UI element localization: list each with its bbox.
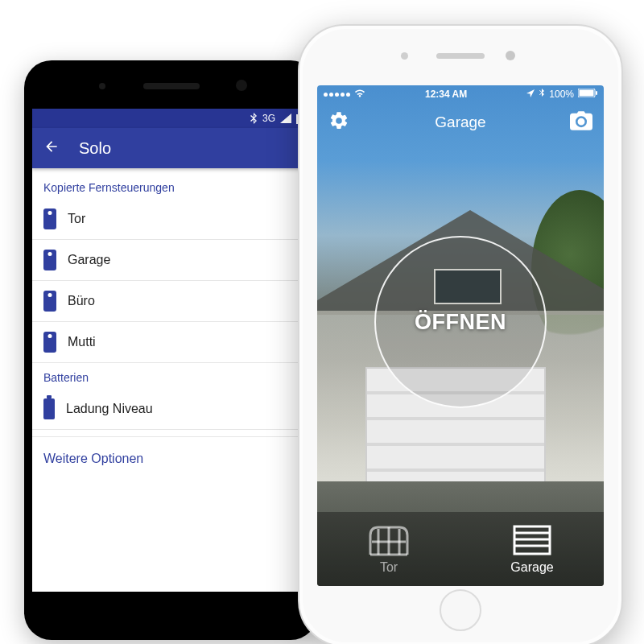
list-item-label: Büro: [68, 294, 95, 308]
iphone-home-button[interactable]: [440, 589, 481, 631]
back-button[interactable]: [43, 138, 60, 158]
android-statusbar: 3G: [32, 109, 310, 128]
cell-signal-icon: [324, 93, 350, 97]
list-item[interactable]: Ladung Niveau: [32, 389, 310, 430]
iphone-body: 12:34 AM 100%: [303, 29, 618, 642]
iphone-camera: [506, 51, 515, 60]
android-speaker: [143, 83, 200, 89]
section-header-copied: Kopierte Fernsteuerungen: [32, 173, 310, 199]
camera-button[interactable]: [570, 111, 592, 134]
svg-rect-4: [596, 91, 597, 95]
list-item[interactable]: Garage: [32, 240, 310, 281]
tab-gate[interactable]: Tor: [317, 512, 460, 586]
network-label: 3G: [262, 113, 275, 124]
status-time: 12:34 AM: [425, 89, 467, 100]
list-item[interactable]: Büro: [32, 281, 310, 322]
bottom-tabs: Tor Garage: [317, 512, 604, 586]
android-camera: [236, 80, 247, 91]
remote-icon: [43, 291, 56, 312]
open-button[interactable]: ÖFFNEN: [374, 236, 547, 408]
garage-icon: [512, 524, 552, 556]
ios-toolbar: Garage: [317, 105, 604, 140]
remote-icon: [43, 250, 56, 270]
android-content: Kopierte Fernsteuerungen Tor Garage Büro…: [32, 168, 310, 481]
signal-icon: [280, 114, 291, 123]
list-item-label: Ladung Niveau: [66, 402, 153, 416]
android-phone: 3G Solo Kopierte Fernsteuerungen Tor Gar…: [24, 60, 318, 640]
open-button-label: ÖFFNEN: [415, 309, 506, 334]
remote-icon: [43, 208, 56, 229]
list-item-label: Tor: [68, 212, 85, 226]
android-screen: 3G Solo Kopierte Fernsteuerungen Tor Gar…: [32, 109, 310, 592]
section-header-batteries: Batterien: [32, 363, 310, 389]
more-options-button[interactable]: Weitere Optionen: [32, 436, 310, 481]
toolbar-title: Garage: [317, 114, 604, 131]
settings-button[interactable]: [328, 110, 349, 134]
iphone-speaker: [436, 53, 485, 59]
android-sensor: [99, 83, 105, 89]
location-icon: [526, 89, 535, 100]
iphone: 12:34 AM 100%: [298, 24, 623, 644]
tab-label: Tor: [380, 560, 398, 575]
iphone-sensor: [401, 52, 408, 60]
remote-icon: [43, 332, 56, 353]
battery-level-icon: [43, 398, 55, 419]
list-item[interactable]: Tor: [32, 199, 310, 240]
bluetooth-icon: [250, 113, 258, 124]
wifi-icon: [354, 89, 365, 100]
ios-statusbar: 12:34 AM 100%: [317, 85, 604, 103]
iphone-screen: 12:34 AM 100%: [317, 85, 604, 586]
bluetooth-icon: [539, 89, 545, 101]
list-item-label: Mutti: [68, 335, 96, 349]
battery-icon: [578, 89, 597, 100]
android-appbar: Solo: [32, 128, 310, 168]
tab-garage[interactable]: Garage: [460, 512, 604, 586]
svg-rect-3: [579, 90, 593, 97]
list-item[interactable]: Mutti: [32, 322, 310, 363]
gate-icon: [369, 524, 409, 556]
appbar-title: Solo: [79, 139, 111, 158]
battery-percent: 100%: [549, 89, 574, 100]
tab-label: Garage: [510, 560, 553, 575]
list-item-label: Garage: [68, 253, 110, 267]
